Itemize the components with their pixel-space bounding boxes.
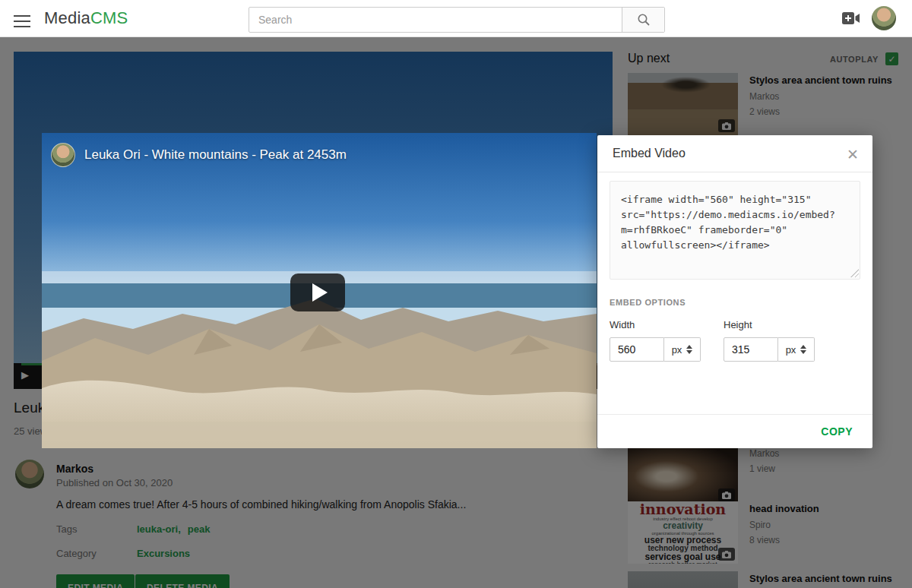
user-avatar[interactable]	[872, 6, 896, 30]
search-bar	[249, 7, 665, 33]
search-input[interactable]	[249, 8, 622, 32]
unit-label: px	[786, 344, 796, 356]
embed-video-modal: Embed Video ✕ <iframe width="560" height…	[597, 135, 872, 448]
logo-text-media: Media	[44, 8, 90, 27]
preview-video-title: Leuka Ori - White mountains - Peak at 24…	[84, 147, 347, 163]
logo[interactable]: MediaCMS	[44, 8, 128, 28]
videocam-plus-icon	[842, 11, 860, 25]
mediacms-app: ▶ Leuka Ori - White mountains - Peak at …	[0, 0, 912, 588]
search-button[interactable]	[622, 8, 664, 32]
preview-play-button[interactable]	[290, 273, 345, 311]
top-navbar: MediaCMS	[0, 0, 912, 37]
width-label: Width	[610, 319, 701, 330]
spinner-icon	[800, 345, 806, 354]
height-unit-select[interactable]: px	[778, 337, 815, 362]
modal-title: Embed Video	[613, 147, 686, 160]
spinner-icon	[686, 345, 692, 354]
menu-icon[interactable]	[14, 11, 30, 25]
preview-author-avatar[interactable]	[51, 143, 75, 167]
copy-button[interactable]: COPY	[816, 425, 857, 438]
search-icon	[637, 13, 651, 27]
unit-label: px	[672, 344, 682, 356]
embed-options-label: EMBED OPTIONS	[610, 298, 686, 307]
embed-preview-player[interactable]: Leuka Ori - White mountains - Peak at 24…	[42, 133, 597, 448]
height-input[interactable]	[724, 337, 778, 362]
close-icon[interactable]: ✕	[845, 144, 860, 165]
width-unit-select[interactable]: px	[664, 337, 701, 362]
embed-code-field[interactable]: <iframe width="560" height="315" src="ht…	[610, 181, 860, 280]
upload-media-button[interactable]	[841, 8, 862, 28]
logo-text-cms: CMS	[90, 8, 128, 27]
play-icon	[312, 283, 328, 302]
width-input[interactable]	[610, 337, 664, 362]
height-label: Height	[724, 319, 815, 330]
